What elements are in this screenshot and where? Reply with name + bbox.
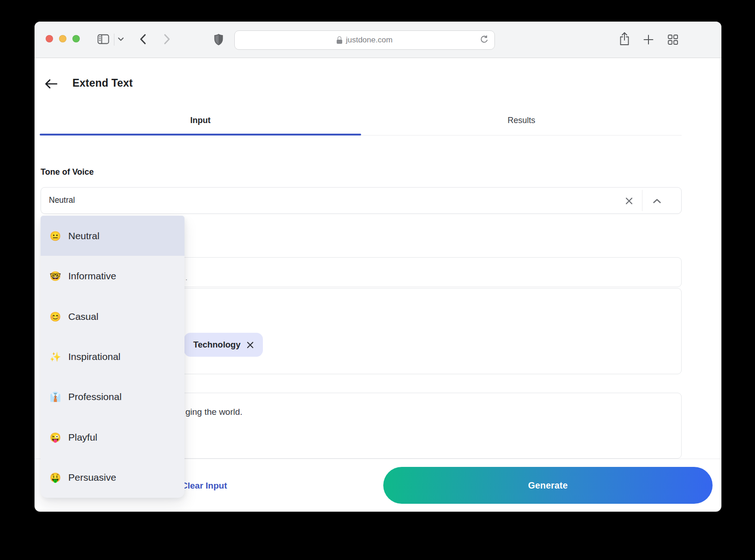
tone-option-label: Playful bbox=[68, 432, 97, 443]
keyword-tag-technology: Technology bbox=[184, 333, 263, 357]
chevron-down-icon[interactable] bbox=[118, 37, 124, 41]
select-divider bbox=[642, 190, 642, 211]
tone-option-label: Inspirational bbox=[68, 351, 120, 362]
back-button[interactable] bbox=[44, 77, 58, 90]
shield-icon[interactable] bbox=[213, 33, 224, 46]
nerd-face-emoji-icon: 🤓 bbox=[49, 271, 61, 282]
browser-window: justdone.com bbox=[35, 22, 721, 512]
url-host: justdone.com bbox=[346, 35, 392, 45]
page-title: Extend Text bbox=[72, 77, 133, 89]
browser-toolbar: justdone.com bbox=[35, 22, 721, 58]
generate-button[interactable]: Generate bbox=[383, 467, 713, 504]
tab-input[interactable]: Input bbox=[40, 110, 361, 130]
reload-icon[interactable] bbox=[480, 35, 489, 44]
tab-input-label: Input bbox=[190, 116, 211, 125]
money-mouth-emoji-icon: 🤑 bbox=[49, 472, 61, 483]
tone-of-voice-select[interactable]: Neutral bbox=[41, 187, 682, 214]
clear-input-button[interactable]: Clear Input bbox=[181, 481, 227, 491]
toolbar-divider bbox=[114, 34, 114, 46]
generate-button-label: Generate bbox=[528, 480, 568, 491]
clear-selection-icon[interactable] bbox=[623, 195, 635, 207]
active-tab-indicator bbox=[40, 134, 361, 136]
zoom-window-button[interactable] bbox=[72, 35, 80, 42]
chevron-up-icon[interactable] bbox=[651, 195, 663, 207]
tone-option-persuasive[interactable]: 🤑 Persuasive bbox=[41, 458, 184, 498]
share-icon[interactable] bbox=[618, 31, 630, 46]
sparkles-emoji-icon: ✨ bbox=[49, 351, 61, 362]
tab-overview-icon[interactable] bbox=[667, 34, 679, 45]
new-tab-icon[interactable] bbox=[642, 34, 654, 46]
forward-icon[interactable] bbox=[162, 32, 172, 46]
address-bar[interactable]: justdone.com bbox=[234, 30, 495, 50]
close-window-button[interactable] bbox=[46, 35, 53, 42]
tone-option-playful[interactable]: 😜 Playful bbox=[41, 417, 184, 457]
textarea-text-fragment: ging the world. bbox=[185, 407, 243, 417]
tone-option-inspirational[interactable]: ✨ Inspirational bbox=[41, 336, 184, 377]
neutral-face-emoji-icon: 😐 bbox=[49, 230, 61, 242]
tone-option-informative[interactable]: 🤓 Informative bbox=[41, 256, 184, 296]
lock-icon bbox=[337, 36, 342, 44]
sidebar-icon[interactable] bbox=[97, 34, 109, 45]
tone-option-neutral[interactable]: 😐 Neutral bbox=[41, 216, 184, 256]
winking-tongue-emoji-icon: 😜 bbox=[49, 432, 61, 443]
remove-keyword-icon[interactable] bbox=[247, 342, 254, 348]
tone-option-label: Informative bbox=[68, 271, 116, 282]
tone-of-voice-value: Neutral bbox=[49, 195, 75, 205]
back-icon[interactable] bbox=[138, 32, 148, 46]
tone-option-label: Professional bbox=[68, 391, 122, 402]
tab-results-label: Results bbox=[507, 116, 535, 125]
keyword-tag-label: Technology bbox=[193, 340, 240, 350]
minimize-window-button[interactable] bbox=[59, 35, 66, 42]
tone-of-voice-label: Tone of Voice bbox=[41, 167, 94, 177]
tone-option-label: Casual bbox=[68, 311, 98, 322]
tab-results[interactable]: Results bbox=[361, 110, 682, 130]
input-text-fragment: . bbox=[185, 274, 187, 282]
tone-option-label: Persuasive bbox=[68, 472, 116, 483]
tone-option-professional[interactable]: 👔 Professional bbox=[41, 377, 184, 417]
tone-of-voice-dropdown: 😐 Neutral 🤓 Informative 😊 Casual ✨ Inspi… bbox=[41, 216, 184, 498]
tone-option-label: Neutral bbox=[68, 230, 100, 242]
necktie-emoji-icon: 👔 bbox=[49, 391, 61, 402]
tone-option-casual[interactable]: 😊 Casual bbox=[41, 296, 184, 336]
smiling-face-emoji-icon: 😊 bbox=[49, 311, 61, 322]
